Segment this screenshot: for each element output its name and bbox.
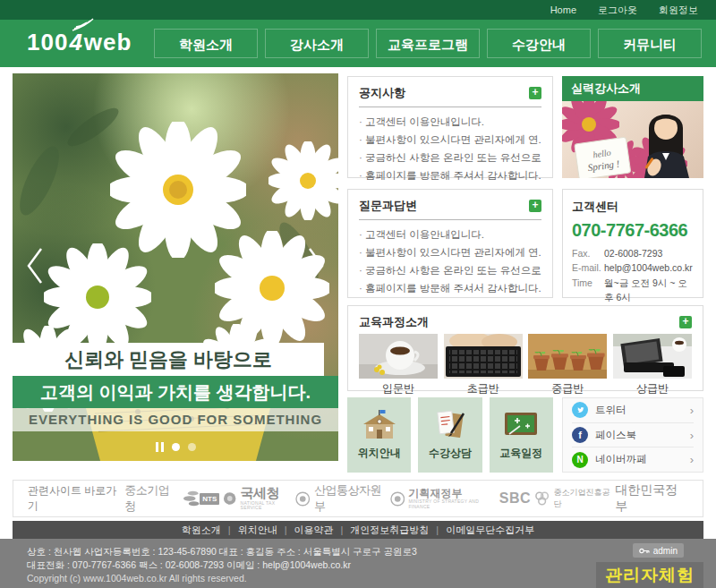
qna-item[interactable]: 궁금하신 사항은 온라인 또는 유선으로.. xyxy=(359,261,541,279)
hero-slogan-line2: 고객의 이익과 가치를 생각합니다. xyxy=(13,376,338,408)
course-image-coffee xyxy=(359,334,438,379)
hero-next-button[interactable] xyxy=(303,245,329,286)
nav-item-academy[interactable]: 학원소개 xyxy=(154,29,258,58)
partner-gov[interactable]: 대한민국정부 xyxy=(615,482,688,515)
footer-link-privacy[interactable]: 개인정보취급방침 xyxy=(350,524,429,537)
sbc-flower-icon xyxy=(534,491,550,506)
course-item-elementary[interactable]: 초급반 xyxy=(444,334,523,396)
page: Home 로그아웃 회원정보 100 4 web 학원소개 강사소개 교육프로그… xyxy=(0,0,716,588)
nav-item-community[interactable]: 커뮤니티 xyxy=(598,29,702,58)
partner-smba[interactable]: 중소기업청 xyxy=(124,482,200,515)
chevron-right-icon: › xyxy=(690,453,694,466)
course-item-advanced[interactable]: 상급반 xyxy=(613,334,692,396)
school-building-icon xyxy=(361,410,398,440)
key-icon xyxy=(639,547,650,555)
smba-logo-icon xyxy=(183,490,200,507)
topbar-link-home[interactable]: Home xyxy=(550,4,576,15)
social-item-navercafe[interactable]: N 네이버까페 › xyxy=(572,447,694,472)
courses-more-button[interactable]: + xyxy=(679,316,692,328)
social-label: 페이스북 xyxy=(595,429,636,442)
social-label: 네이버까페 xyxy=(595,453,647,466)
course-label: 상급반 xyxy=(613,381,692,396)
carousel-pause-button[interactable] xyxy=(156,442,164,452)
topbar-link-logout[interactable]: 로그아웃 xyxy=(598,4,637,17)
partner-sbc[interactable]: SBC 중소기업진흥공단 xyxy=(499,487,616,510)
notice-item[interactable]: 홈페이지를 방문해 주셔서 감사합니다. xyxy=(359,166,541,184)
logo[interactable]: 100 4 web xyxy=(27,29,132,56)
footer-info-line2: 대표전화 : 070-7767-6366 팩스 : 02-6008-7293 이… xyxy=(27,558,417,572)
topbar: Home 로그아웃 회원정보 xyxy=(0,0,716,20)
document-pen-icon xyxy=(431,410,469,440)
quick-item-location[interactable]: 위치안내 xyxy=(347,397,411,473)
notice-item[interactable]: 불편사항이 있으시다면 관리자에게 연.. xyxy=(359,131,541,149)
quick-item-schedule[interactable]: 교육일정 xyxy=(490,397,553,473)
customer-email-row: E-mail. help@1004web.co.kr xyxy=(572,260,694,275)
email-label: E-mail. xyxy=(572,260,604,275)
customer-phone: 070-7767-6366 xyxy=(572,220,694,241)
time-value: 월~금 오전 9시 ~ 오후 6시 xyxy=(604,276,694,305)
quick-item-consult[interactable]: 수강상담 xyxy=(418,397,482,473)
carousel-controls xyxy=(13,442,338,452)
notice-item[interactable]: 궁금하신 사항은 온라인 또는 유선으로.. xyxy=(359,149,541,166)
hero-slogan-line1: 신뢰와 믿음을 바탕으로 xyxy=(13,343,324,376)
customer-time-row: Time 월~금 오전 9시 ~ 오후 6시 xyxy=(572,276,694,305)
quick-label: 교육일정 xyxy=(499,446,542,461)
footer-copyright: Copyright (c) www.1004web.co.kr All righ… xyxy=(27,573,247,584)
related-sites-shortcut[interactable]: 관련사이트 바로가기 xyxy=(28,483,124,514)
logo-text-1: 100 xyxy=(27,29,68,56)
footer-link-noemail[interactable]: 이메일무단수집거부 xyxy=(446,524,534,537)
social-item-twitter[interactable]: 트위터 › xyxy=(572,398,694,422)
naver-icon: N xyxy=(572,452,588,468)
notice-box: 공지사항 + 고객센터 이용안내입니다. 불편사항이 있으시다면 관리자에게 연… xyxy=(347,76,553,178)
admin-button[interactable]: admin xyxy=(633,543,684,558)
customer-fax-row: Fax. 02-6008-7293 xyxy=(572,246,694,260)
fax-value: 02-6008-7293 xyxy=(604,246,662,260)
admin-trial-button[interactable]: 관리자체험 xyxy=(596,562,703,588)
chalkboard-icon xyxy=(502,410,540,440)
course-item-intermediate[interactable]: 중급반 xyxy=(528,334,607,396)
hero-slogan-line3: EVERYTHING IS GOOD FOR SOMETHING xyxy=(13,408,338,431)
notice-list: 고객센터 이용안내입니다. 불편사항이 있으시다면 관리자에게 연.. 궁금하신… xyxy=(359,113,541,185)
wing-icon xyxy=(71,18,94,32)
footer-link-location[interactable]: 위치안내 xyxy=(238,524,277,537)
nav-item-instructors[interactable]: 강사소개 xyxy=(265,29,369,58)
instructor-banner[interactable]: 실력강사소개 hello Spring ! xyxy=(562,76,703,178)
course-label: 초급반 xyxy=(444,381,523,396)
qna-item[interactable]: 불편사항이 있으시다면 관리자에게 연.. xyxy=(359,243,541,261)
social-item-facebook[interactable]: f 페이스북 › xyxy=(572,422,694,447)
customer-center-box: 고객센터 070-7767-6366 Fax. 02-6008-7293 E-m… xyxy=(562,189,703,298)
facebook-icon: f xyxy=(572,427,588,443)
course-item-beginner[interactable]: 입문반 xyxy=(359,334,438,396)
course-image-keyboard xyxy=(444,334,523,379)
hero-prev-button[interactable] xyxy=(21,245,48,286)
qna-more-button[interactable]: + xyxy=(529,200,541,212)
partner-mosf[interactable]: 기획재정부 MINISTRY OF STRATEGY AND FINANCE xyxy=(390,488,499,509)
notice-more-button[interactable]: + xyxy=(529,87,541,99)
qna-title[interactable]: 질문과답변 xyxy=(359,198,417,214)
main-header: 100 4 web 학원소개 강사소개 교육프로그램 수강안내 커뮤니티 xyxy=(0,20,716,67)
nts-badge: NTS xyxy=(200,493,219,505)
course-image-laptop xyxy=(613,334,692,379)
quick-label: 위치안내 xyxy=(358,446,401,461)
footer-link-terms[interactable]: 이용약관 xyxy=(294,524,334,537)
topbar-link-memberinfo[interactable]: 회원정보 xyxy=(659,4,698,17)
carousel-dot-1[interactable] xyxy=(172,443,180,451)
partner-nts[interactable]: NTS 국세청 NATIONAL TAX SERVICE xyxy=(200,486,295,511)
instructor-banner-title: 실력강사소개 xyxy=(562,76,703,101)
nav-item-enrollment[interactable]: 수강안내 xyxy=(487,29,591,58)
partner-motie[interactable]: 산업통상자원부 xyxy=(295,482,389,515)
fax-label: Fax. xyxy=(572,246,604,260)
qna-item[interactable]: 홈페이지를 방문해 주셔서 감사합니다. xyxy=(359,279,541,297)
notice-title[interactable]: 공지사항 xyxy=(359,85,405,101)
hero-slider: 신뢰와 믿음을 바탕으로 고객의 이익과 가치를 생각합니다. EVERYTHI… xyxy=(13,73,338,461)
notice-item[interactable]: 고객센터 이용안내입니다. xyxy=(359,113,541,131)
customer-center-title: 고객센터 xyxy=(572,199,694,215)
nav-item-programs[interactable]: 교육프로그램 xyxy=(376,29,480,58)
qna-item[interactable]: 고객센터 이용안내입니다. xyxy=(359,226,541,243)
footer: 상호 : 천사웹 사업자등록번호 : 123-45-67890 대표 : 홍길동… xyxy=(0,539,716,588)
logo-text-3: web xyxy=(84,29,132,56)
footer-link-academy[interactable]: 학원소개 xyxy=(182,524,221,537)
courses-title: 교육과정소개 xyxy=(359,314,429,330)
carousel-dot-2[interactable] xyxy=(188,443,196,451)
chevron-right-icon: › xyxy=(690,404,694,417)
